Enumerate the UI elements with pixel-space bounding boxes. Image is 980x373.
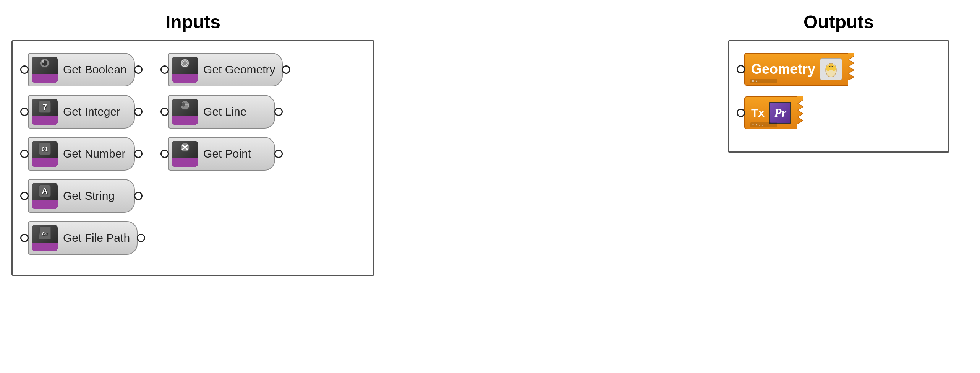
connector-left-boolean[interactable] [20, 65, 29, 74]
pr-icon: Pr [769, 102, 791, 124]
node-row-get-filepath: C:/ ≡ x.... Get File Path [20, 221, 145, 255]
node-icon-filepath: C:/ ≡ x.... [32, 225, 58, 251]
inputs-grid: ≡ x.... Get Boolean [20, 53, 366, 263]
node-icon-boolean: ≡ x.... [32, 57, 58, 83]
node-icon-string: A ≡ x.... [32, 183, 58, 209]
output-connector-left-geometry[interactable] [737, 65, 745, 73]
connector-left-point[interactable] [160, 150, 169, 158]
node-row-get-geometry: ≡ x.... Get Geometry [160, 53, 290, 86]
node-row-get-string: A ≡ x.... Get String [20, 179, 145, 213]
node-label-get-point: Get Point [203, 147, 251, 160]
node-body-get-boolean[interactable]: ≡ x.... Get Boolean [28, 53, 135, 86]
connector-right-string[interactable] [134, 192, 143, 200]
connector-right-geometry[interactable] [282, 65, 290, 74]
connector-left-filepath[interactable] [20, 234, 29, 242]
connector-left-geometry[interactable] [160, 65, 169, 74]
node-body-get-string[interactable]: A ≡ x.... Get String [28, 179, 135, 213]
inputs-section: Inputs [11, 11, 374, 276]
svg-rect-14 [185, 104, 189, 105]
svg-text:A: A [42, 186, 48, 196]
node-row-get-integer: 7 ≡ x.... Get Integer [20, 95, 145, 129]
node-label-get-number: Get Number [63, 147, 125, 160]
jagged-edge-tx [797, 96, 807, 124]
node-body-get-filepath[interactable]: C:/ ≡ x.... Get File Path [28, 221, 138, 255]
output-row-tx: Tx Pr [737, 96, 941, 129]
node-body-get-geometry[interactable]: ≡ x.... Get Geometry [168, 53, 283, 86]
svg-text:C:/: C:/ [42, 231, 48, 236]
node-label-get-geometry: Get Geometry [203, 63, 275, 76]
output-connector-left-tx[interactable] [737, 109, 745, 117]
connector-left-line[interactable] [160, 108, 169, 116]
output-label-geometry: Geometry [751, 61, 815, 77]
svg-point-13 [181, 103, 185, 106]
node-body-get-integer[interactable]: 7 ≡ x.... Get Integer [28, 95, 135, 129]
node-label-get-boolean: Get Boolean [63, 63, 127, 76]
node-body-get-line[interactable]: ≡ x.... Get Line [168, 95, 275, 129]
node-row-get-number: 01 ≡ x.... Get Number [20, 137, 145, 171]
node-icon-line: ≡ x.... [172, 99, 198, 125]
svg-point-23 [832, 66, 833, 67]
inputs-title: Inputs [11, 11, 374, 33]
connector-left-integer[interactable] [20, 108, 29, 116]
node-body-get-point[interactable]: ≡ x.... Get Point [168, 137, 275, 171]
connector-right-line[interactable] [274, 108, 283, 116]
inputs-col2: ≡ x.... Get Geometry [160, 53, 290, 263]
node-label-get-string: Get String [63, 189, 115, 202]
inputs-border: ≡ x.... Get Boolean [11, 40, 374, 276]
node-icon-number: 01 ≡ x.... [32, 141, 58, 167]
node-label-get-line: Get Line [203, 105, 246, 118]
node-body-get-number[interactable]: 01 ≡ x.... Get Number [28, 137, 135, 171]
connector-right-number[interactable] [134, 150, 143, 158]
node-icon-point: ≡ x.... [172, 141, 198, 167]
node-row-get-point: ≡ x.... Get Point [160, 137, 290, 171]
node-row-get-boolean: ≡ x.... Get Boolean [20, 53, 145, 86]
node-label-get-filepath: Get File Path [63, 231, 130, 244]
connector-right-integer[interactable] [134, 108, 143, 116]
svg-point-2 [42, 60, 44, 63]
inputs-col1: ≡ x.... Get Boolean [20, 53, 145, 263]
jagged-edge-geometry [848, 53, 857, 80]
output-row-geometry: Geometry [737, 53, 941, 86]
node-icon-integer: 7 ≡ x.... [32, 99, 58, 125]
output-label-tx: Tx [751, 106, 765, 119]
outputs-border: Geometry [728, 40, 949, 153]
svg-rect-15 [188, 105, 189, 107]
outputs-title: Outputs [728, 11, 949, 33]
connector-right-boolean[interactable] [134, 65, 143, 74]
svg-point-22 [829, 66, 831, 67]
connector-right-point[interactable] [274, 150, 283, 158]
outputs-section: Outputs Geometry [728, 11, 949, 153]
svg-text:7: 7 [42, 102, 47, 112]
node-row-get-line: ≡ x.... Get Line [160, 95, 290, 129]
connector-left-string[interactable] [20, 192, 29, 200]
geometry-icon [820, 58, 842, 80]
node-icon-geometry: ≡ x.... [172, 57, 198, 83]
connector-left-number[interactable] [20, 150, 29, 158]
svg-text:01: 01 [42, 146, 48, 152]
connector-right-filepath[interactable] [137, 234, 145, 242]
node-label-get-integer: Get Integer [63, 105, 120, 118]
